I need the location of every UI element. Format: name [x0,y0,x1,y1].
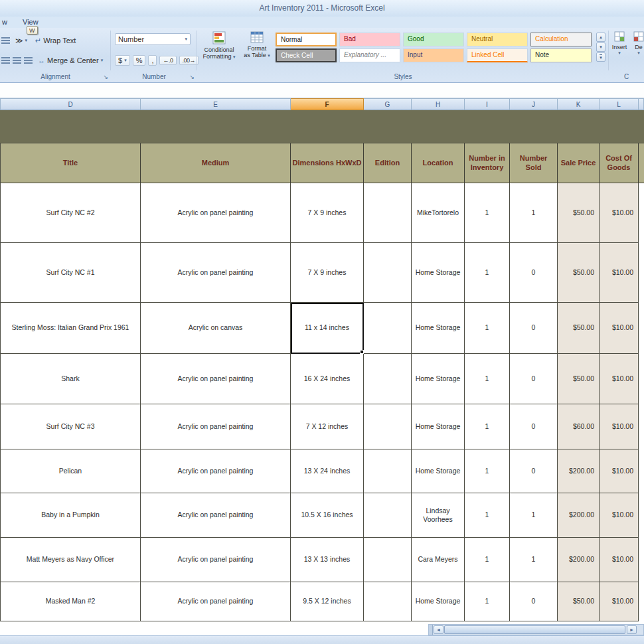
cell-edition[interactable] [364,404,412,449]
align-right-icon[interactable] [24,57,33,64]
cell-cost[interactable]: $10.00 [600,449,639,493]
table-header-title[interactable]: Title [0,143,141,183]
cell-title[interactable]: Pelican [0,449,141,493]
cell-sale-price[interactable]: $200.00 [558,538,600,582]
table-header-sold[interactable]: Number Sold [510,143,558,183]
cell-location[interactable]: Cara Meyers [412,538,465,582]
cell-dimensions[interactable]: 13 X 13 inches [291,538,364,582]
cell-sold[interactable]: 0 [510,354,558,404]
cell-location[interactable]: Home Storage [412,449,465,493]
cell-inventory[interactable]: 1 [465,538,510,582]
cell-medium[interactable]: Acrylic on panel painting [141,493,291,538]
cell-location[interactable]: Home Storage [412,354,465,404]
cell-medium[interactable]: Acrylic on panel painting [141,449,291,493]
cell-medium[interactable]: Acrylic on panel painting [141,183,291,243]
cell-location[interactable]: Home Storage [412,582,465,621]
cell-title[interactable]: Shark [0,354,141,404]
style-linked-cell[interactable]: Linked Cell [467,48,528,62]
table-header-edition[interactable]: Edition [364,143,412,183]
cell-dimensions[interactable]: 11 x 14 inches [291,303,364,354]
cell-sold[interactable]: 0 [510,582,558,621]
insert-cells-button[interactable]: Insert ▾ [611,31,628,72]
cell-cost[interactable]: $10.00 [600,538,639,582]
cell-medium[interactable]: Acrylic on panel painting [141,582,291,621]
cell-dimensions[interactable]: 7 X 9 inches [291,243,364,303]
column-header-g[interactable]: G [364,98,412,110]
cell-title[interactable]: Surf City NC #1 [0,243,141,303]
cell-cost[interactable]: $10.00 [600,493,639,538]
cell-edition[interactable] [364,354,412,404]
cell-sold[interactable]: 0 [510,449,558,493]
cell-edition[interactable] [364,303,412,354]
format-as-table-button[interactable]: Format as Table ▾ [240,31,274,72]
cell-edition[interactable] [364,582,412,621]
align-center-icon[interactable] [13,57,21,64]
column-header-e[interactable]: E [141,98,291,110]
tab-review-cut[interactable]: w [2,18,7,26]
cell-location[interactable]: MikeTortorelo [412,183,465,243]
cell-title[interactable]: Surf City NC #3 [0,404,141,449]
gallery-more-button[interactable]: ▾ [596,52,605,62]
cell-inventory[interactable]: 1 [465,183,510,243]
orientation-button[interactable]: ≫ ▾ [13,36,30,46]
cell-edition[interactable] [364,449,412,493]
cell-title[interactable]: Surf City NC #2 [0,183,141,243]
cell-sale-price[interactable]: $50.00 [558,243,600,303]
cell-dimensions[interactable]: 13 X 24 inches [291,449,364,493]
scroll-right-button[interactable]: ► [627,625,637,634]
style-check-cell[interactable]: Check Cell [276,48,337,62]
table-header-inventory[interactable]: Number in Inventory [465,143,510,183]
cell-location[interactable]: Home Storage [412,404,465,449]
cell-cost[interactable]: $10.00 [600,243,639,303]
cell-title[interactable]: Matt Meyers as Navy Officer [0,538,141,582]
delete-cells-button[interactable]: De ▾ [631,31,644,72]
column-header-d[interactable]: D [0,98,141,110]
cell-medium[interactable]: Acrylic on panel painting [141,404,291,449]
cell-dimensions[interactable]: 9.5 X 12 inches [291,582,364,621]
cell-sold[interactable]: 0 [510,303,558,354]
cell-edition[interactable] [364,538,412,582]
title-band-cell[interactable] [0,110,644,143]
decrease-decimal-button[interactable]: .00→ [179,56,199,65]
number-format-dropdown[interactable]: Number ▾ [115,33,191,45]
column-header-h[interactable]: H [412,98,465,110]
cell-location[interactable]: Lindsay Voorhees [412,493,465,538]
style-normal[interactable]: Normal [276,33,337,46]
align-left-icon[interactable] [1,57,10,64]
dialog-launcher-icon[interactable]: ↘ [103,74,108,80]
cell-sale-price[interactable]: $50.00 [558,183,600,243]
cell-sold[interactable]: 1 [510,538,558,582]
vertical-align-icon[interactable] [1,37,10,44]
cell-title[interactable]: Masked Man #2 [0,582,141,621]
increase-decimal-button[interactable]: ←.0 [159,56,176,65]
cell-cost[interactable]: $10.00 [600,404,639,449]
style-note[interactable]: Note [530,48,592,62]
cell-location[interactable]: Home Storage [412,243,465,303]
cell-inventory[interactable]: 1 [465,404,510,449]
cell-dimensions[interactable]: 7 X 12 inches [291,404,364,449]
cell-inventory[interactable]: 1 [465,449,510,493]
scroll-left-button[interactable]: ◄ [434,625,443,634]
merge-center-button[interactable]: ↔ Merge & Center ▾ [35,56,106,65]
cell-inventory[interactable]: 1 [465,582,510,621]
table-header-cost[interactable]: Cost Of Goods [600,143,639,183]
cell-sold[interactable]: 0 [510,404,558,449]
cell-cost[interactable]: $10.00 [600,582,639,621]
currency-format-button[interactable]: $ ▾ [115,55,130,66]
tab-view[interactable]: View [23,18,39,26]
cell-sale-price[interactable]: $50.00 [558,582,600,621]
cell-sale-price[interactable]: $50.00 [558,354,600,404]
cell-medium[interactable]: Acrylic on canvas [141,303,291,354]
cell-edition[interactable] [364,183,412,243]
style-bad[interactable]: Bad [339,33,400,46]
style-input[interactable]: Input [403,48,464,62]
dialog-launcher-icon[interactable]: ↘ [189,74,195,80]
wrap-text-button[interactable]: ↵ Wrap Text [33,36,78,46]
cell-sold[interactable]: 1 [510,493,558,538]
gallery-scroll-up-button[interactable]: ▴ [596,33,605,42]
scrollbar-splitter-handle[interactable] [429,625,433,635]
style-explanatory[interactable]: Explanatory ... [339,48,400,62]
cell-inventory[interactable]: 1 [465,493,510,538]
cell-dimensions[interactable]: 7 X 9 inches [291,183,364,243]
cell-sale-price[interactable]: $200.00 [558,449,600,493]
